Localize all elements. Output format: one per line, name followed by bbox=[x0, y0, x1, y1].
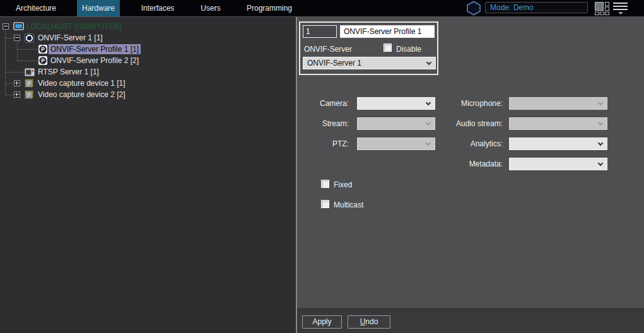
tree-item[interactable]: LOCALHOST [COMPUTER] bbox=[0, 21, 290, 32]
tab-programming[interactable]: Programming bbox=[235, 0, 303, 16]
camera-select[interactable] bbox=[357, 97, 435, 110]
content-area: LOCALHOST [COMPUTER] ONVIF-Server 1 [1] bbox=[0, 16, 644, 333]
expand-toggle[interactable] bbox=[14, 80, 20, 86]
expand-toggle[interactable] bbox=[14, 91, 20, 98]
chevron-down-icon bbox=[598, 120, 603, 126]
multicast-checkbox[interactable] bbox=[321, 200, 329, 208]
stream-label: Stream: bbox=[297, 119, 349, 128]
computer-icon bbox=[13, 22, 24, 33]
parent-server-label: ONVIF-Server bbox=[304, 45, 352, 54]
chevron-down-icon bbox=[426, 120, 431, 126]
stream-select bbox=[357, 117, 435, 130]
analytics-select[interactable] bbox=[509, 137, 607, 150]
tree-item-label: RTSP Server 1 [1] bbox=[36, 67, 101, 77]
disable-checkbox[interactable] bbox=[383, 44, 392, 52]
tree-item[interactable]: Video capture device 1 [1] bbox=[0, 78, 290, 89]
hardware-tree-panel: LOCALHOST [COMPUTER] ONVIF-Server 1 [1] bbox=[0, 17, 296, 333]
chevron-down-icon bbox=[598, 161, 603, 166]
undo-button[interactable]: Undo bbox=[348, 315, 390, 329]
hamburger-menu-icon[interactable] bbox=[613, 3, 628, 15]
metadata-select[interactable] bbox=[509, 158, 607, 170]
tree-item[interactable]: P ONVIF-Server Profile 2 [2] bbox=[0, 56, 290, 66]
metadata-label: Metadata: bbox=[440, 160, 503, 168]
tree-item-label: ONVIF-Server 1 [1] bbox=[36, 33, 105, 43]
disable-checkbox-label: Disable bbox=[396, 45, 421, 54]
parent-server-select[interactable]: ONVIF-Server 1 bbox=[303, 57, 436, 69]
multicast-checkbox-label: Multicast bbox=[334, 201, 363, 209]
button-strip: Apply Undo bbox=[297, 308, 644, 333]
onvif-profile-icon: P bbox=[38, 56, 47, 67]
chevron-down-icon bbox=[598, 100, 603, 105]
object-id-input[interactable] bbox=[303, 25, 337, 38]
microphone-select bbox=[509, 97, 607, 110]
ptz-select bbox=[357, 137, 435, 150]
svg-text:P: P bbox=[41, 57, 45, 64]
capture-chip-icon bbox=[25, 90, 33, 102]
ptz-label: PTZ: bbox=[297, 139, 349, 148]
apply-button[interactable]: Apply bbox=[302, 315, 342, 329]
audio-stream-label: Audio stream: bbox=[440, 119, 503, 128]
tree-item[interactable]: Video capture device 2 [2] bbox=[0, 90, 290, 100]
app-window: Architecture Hardware Interfaces Users P… bbox=[0, 0, 644, 333]
capture-chip-icon bbox=[25, 79, 33, 90]
tab-interfaces[interactable]: Interfaces bbox=[126, 0, 189, 16]
tab-hardware[interactable]: Hardware bbox=[77, 0, 120, 16]
tree-item-label: ONVIF-Server Profile 1 [1] bbox=[49, 44, 141, 54]
analytics-label: Analytics: bbox=[440, 139, 503, 148]
tab-architecture[interactable]: Architecture bbox=[3, 0, 69, 16]
chevron-down-icon bbox=[426, 100, 431, 105]
rtsp-server-icon bbox=[25, 67, 35, 79]
audio-stream-select bbox=[509, 117, 607, 130]
screen-layout-icon[interactable] bbox=[595, 2, 611, 15]
tree-item[interactable]: RTSP Server 1 [1] bbox=[0, 67, 290, 78]
tree-item-label: Video capture device 1 [1] bbox=[36, 78, 127, 88]
collapse-toggle[interactable] bbox=[3, 23, 9, 30]
object-identity-box: ONVIF-Server Disable ONVIF-Server 1 bbox=[299, 21, 438, 75]
tree-item-label: LOCALHOST [COMPUTER] bbox=[25, 21, 124, 32]
chevron-down-icon bbox=[426, 60, 431, 65]
svg-text:P: P bbox=[41, 46, 45, 52]
object-settings-panel: ONVIF-Server Disable ONVIF-Server 1 Came… bbox=[297, 17, 644, 333]
top-menu-bar: Architecture Hardware Interfaces Users P… bbox=[0, 0, 644, 16]
object-name-input[interactable] bbox=[340, 25, 435, 38]
fixed-checkbox-label: Fixed bbox=[334, 180, 352, 189]
collapse-toggle[interactable] bbox=[14, 35, 20, 41]
chevron-down-icon bbox=[426, 141, 431, 146]
fixed-checkbox[interactable] bbox=[321, 180, 329, 188]
chevron-down-icon bbox=[598, 141, 603, 146]
tab-users[interactable]: Users bbox=[190, 0, 231, 16]
tree-item-selected[interactable]: P ONVIF-Server Profile 1 [1] bbox=[0, 44, 290, 55]
tree-item-label: ONVIF-Server Profile 2 [2] bbox=[49, 56, 141, 66]
onvif-profile-icon: P bbox=[38, 45, 47, 56]
camera-label: Camera: bbox=[297, 99, 349, 108]
tree-item-label: Video capture device 2 [2] bbox=[36, 90, 127, 100]
mode-input[interactable] bbox=[485, 2, 588, 13]
tree-item[interactable]: ONVIF-Server 1 [1] bbox=[0, 33, 290, 44]
microphone-label: Microphone: bbox=[440, 99, 503, 108]
chevron-down-icon bbox=[618, 12, 623, 15]
hexagon-logo-icon bbox=[465, 1, 483, 16]
